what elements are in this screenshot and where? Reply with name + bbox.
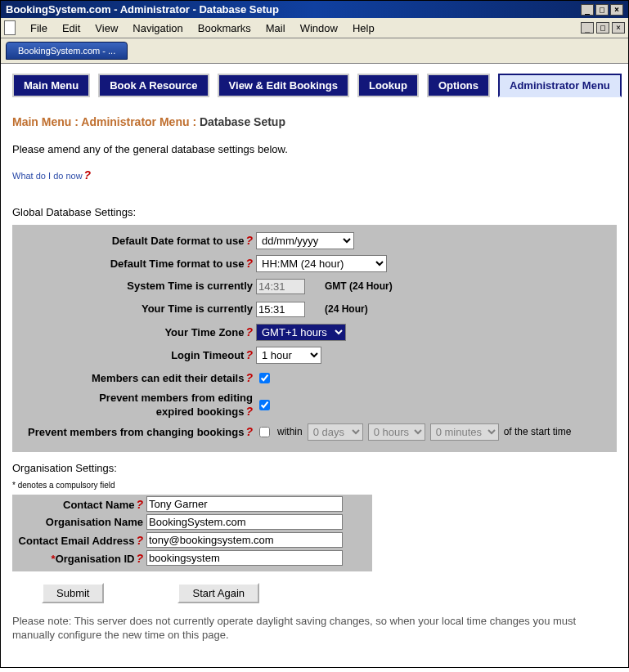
question-icon[interactable]: ? xyxy=(245,405,253,418)
window-titlebar: BookingSystem.com - Administrator - Data… xyxy=(1,1,628,18)
mdi-minimize-button[interactable]: _ xyxy=(581,22,594,34)
members-edit-checkbox[interactable] xyxy=(259,373,270,383)
contact-email-input[interactable] xyxy=(146,532,343,548)
login-timeout-label: Login Timeout xyxy=(171,349,244,361)
contact-email-label: Contact Email Address xyxy=(19,535,135,547)
contact-name-input[interactable] xyxy=(146,496,343,512)
menu-navigation[interactable]: Navigation xyxy=(133,22,182,34)
question-icon: ? xyxy=(84,168,92,181)
login-timeout-select[interactable]: 1 hour xyxy=(256,347,321,364)
organisation-id-input[interactable] xyxy=(146,550,343,566)
question-icon[interactable]: ? xyxy=(245,425,253,438)
menu-edit[interactable]: Edit xyxy=(62,22,80,34)
menu-view[interactable]: View xyxy=(95,22,118,34)
submit-button[interactable]: Submit xyxy=(42,583,104,603)
window-title: BookingSystem.com - Administrator - Data… xyxy=(6,3,279,16)
menu-bookmarks[interactable]: Bookmarks xyxy=(198,22,251,34)
nav-options[interactable]: Options xyxy=(427,74,490,97)
document-icon xyxy=(4,20,16,35)
minutes-select: 0 minutes xyxy=(430,423,499,441)
nav-tabs: Main Menu Book A Resource View & Edit Bo… xyxy=(12,74,617,97)
minimize-button[interactable]: _ xyxy=(581,4,594,16)
question-icon[interactable]: ? xyxy=(245,234,253,247)
mdi-restore-button[interactable]: □ xyxy=(596,22,609,34)
question-icon[interactable]: ? xyxy=(136,534,143,547)
question-icon[interactable]: ? xyxy=(245,348,253,361)
nav-administrator-menu[interactable]: Administrator Menu xyxy=(498,74,622,97)
maximize-button[interactable]: □ xyxy=(595,4,609,16)
organisation-id-label: Organisation ID xyxy=(56,553,135,565)
start-again-button[interactable]: Start Again xyxy=(177,583,259,603)
global-settings-panel: Default Date format to use? dd/mm/yyyy D… xyxy=(12,225,617,452)
breadcrumb-current: Database Setup xyxy=(200,115,285,128)
intro-text: Please amend any of the general database… xyxy=(12,143,617,155)
prevent-change-label: Prevent members from changing bookings xyxy=(28,426,244,438)
menu-mail[interactable]: Mail xyxy=(266,22,285,34)
breadcrumb-admin[interactable]: Administrator Menu : xyxy=(81,115,200,128)
close-button[interactable]: × xyxy=(610,4,623,16)
your-time-field[interactable] xyxy=(256,302,305,317)
time-format-select[interactable]: HH:MM (24 hour) xyxy=(256,255,387,272)
tabstrip: BookingSystem.com - ... xyxy=(1,38,628,64)
breadcrumb: Main Menu : Administrator Menu : Databas… xyxy=(12,115,617,128)
prevent-expired-label-2: expired bookings xyxy=(156,405,245,418)
nav-book-resource[interactable]: Book A Resource xyxy=(98,74,209,97)
of-start-label: of the start time xyxy=(504,426,572,437)
days-select: 0 days xyxy=(308,423,363,441)
hours-select: 0 hours xyxy=(368,423,425,441)
prevent-expired-label-1: Prevent members from editing xyxy=(99,392,253,404)
prevent-change-checkbox[interactable] xyxy=(259,427,270,437)
organisation-name-label: Organisation Name xyxy=(46,516,143,528)
menu-window[interactable]: Window xyxy=(300,22,338,34)
system-time-field xyxy=(256,279,305,294)
contact-name-label: Contact Name xyxy=(63,499,134,511)
within-label: within xyxy=(277,426,303,437)
system-time-label: System Time is currently xyxy=(127,280,253,292)
your-time-label: Your Time is currently xyxy=(142,302,253,315)
time-format-label: Default Time format to use xyxy=(110,258,245,270)
question-icon[interactable]: ? xyxy=(136,552,143,565)
nav-view-edit-bookings[interactable]: View & Edit Bookings xyxy=(218,74,349,97)
question-icon[interactable]: ? xyxy=(245,257,253,270)
global-settings-heading: Global Database Settings: xyxy=(12,206,617,218)
breadcrumb-main[interactable]: Main Menu : xyxy=(12,115,81,128)
timezone-select[interactable]: GMT+1 hours xyxy=(256,324,346,341)
menubar: File Edit View Navigation Bookmarks Mail… xyxy=(1,18,628,38)
organisation-settings-heading: Organisation Settings: xyxy=(12,462,617,474)
prevent-expired-checkbox[interactable] xyxy=(259,400,270,410)
organisation-name-input[interactable] xyxy=(146,514,343,530)
question-icon[interactable]: ? xyxy=(245,371,253,384)
nav-main-menu[interactable]: Main Menu xyxy=(12,74,90,97)
your-time-note: (24 Hour) xyxy=(325,303,368,315)
date-format-select[interactable]: dd/mm/yyyy xyxy=(256,232,354,249)
question-icon[interactable]: ? xyxy=(245,325,253,338)
members-edit-label: Members can edit their details xyxy=(92,372,244,384)
mdi-close-button[interactable]: × xyxy=(612,22,625,34)
nav-lookup[interactable]: Lookup xyxy=(357,74,419,97)
system-time-note: GMT (24 Hour) xyxy=(325,280,393,292)
compulsory-note: * denotes a compulsory field xyxy=(12,481,617,490)
browser-tab[interactable]: BookingSystem.com - ... xyxy=(6,42,128,60)
daylight-savings-note: Please note: This server does not curren… xyxy=(12,615,617,643)
date-format-label: Default Date format to use xyxy=(112,235,245,247)
menu-help[interactable]: Help xyxy=(353,22,375,34)
question-icon[interactable]: ? xyxy=(136,498,143,511)
help-link[interactable]: What do I do now? xyxy=(12,168,91,181)
timezone-label: Your Time Zone xyxy=(164,326,244,338)
organisation-settings-panel: Contact Name? Organisation Name Contact … xyxy=(12,495,372,571)
menu-file[interactable]: File xyxy=(30,22,47,34)
